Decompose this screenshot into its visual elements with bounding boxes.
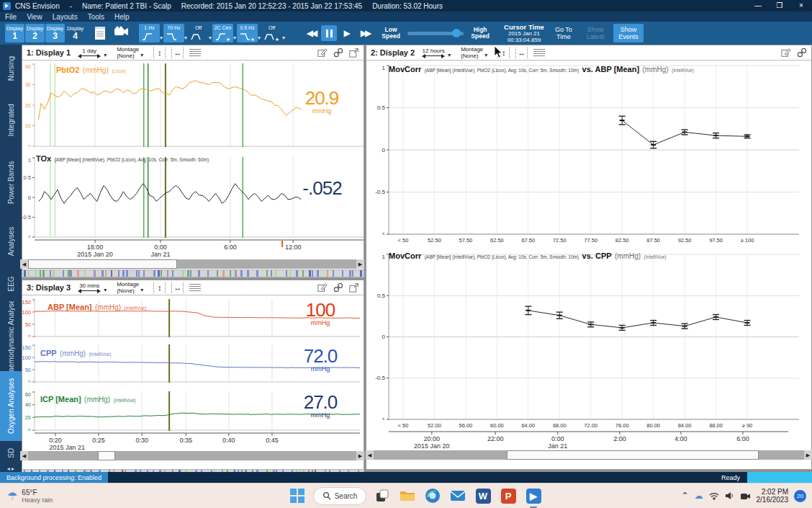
movcorr-vs-abp-chart[interactable]: 10.50-0.5-1 xyxy=(366,65,812,235)
annotate-icon[interactable] xyxy=(781,48,791,58)
annotate-icon[interactable] xyxy=(317,282,328,293)
scrollbar-track[interactable] xyxy=(374,450,804,460)
filter-dropdown-icon[interactable]: ▾ xyxy=(233,35,236,41)
filter-button-2[interactable]: Off xyxy=(188,24,209,43)
show-events-button[interactable]: Show Events xyxy=(613,24,644,43)
event-tick[interactable] xyxy=(286,270,287,277)
menu-item-view[interactable]: View xyxy=(22,13,48,21)
filter-button-1[interactable]: 70 Hz xyxy=(163,24,184,43)
scrollbar-track[interactable] xyxy=(28,451,356,460)
chevron-down-icon[interactable]: ▾ xyxy=(104,287,107,293)
menu-item-help[interactable]: Help xyxy=(109,13,135,21)
event-tick[interactable] xyxy=(53,270,55,277)
channel-list-icon[interactable] xyxy=(189,284,201,291)
event-tick[interactable] xyxy=(143,270,145,277)
file-explorer-button[interactable] xyxy=(398,486,417,505)
event-tick[interactable] xyxy=(70,270,72,277)
wifi-icon[interactable] xyxy=(709,492,719,500)
event-tick[interactable] xyxy=(342,270,343,277)
event-tick[interactable] xyxy=(302,270,304,277)
menu-item-file[interactable]: File xyxy=(0,13,22,21)
event-tick[interactable] xyxy=(122,270,125,277)
speaker-icon[interactable] xyxy=(725,491,734,500)
event-tick[interactable] xyxy=(63,270,64,277)
event-tick[interactable] xyxy=(94,270,96,277)
event-tick[interactable] xyxy=(266,270,268,277)
time-scale-icon[interactable]: ↔ xyxy=(171,282,184,293)
search-box[interactable]: Search xyxy=(313,487,366,505)
sidebar-tab-nursing[interactable]: Nursing xyxy=(0,45,22,92)
display-3-button[interactable]: Display3 xyxy=(45,24,65,43)
display1-scrollbar[interactable]: ◀ ▶ xyxy=(20,259,364,269)
filter-button-4[interactable]: 0.5 Hz★ xyxy=(237,24,258,43)
event-tick[interactable] xyxy=(187,270,189,277)
event-tick[interactable] xyxy=(126,270,128,277)
event-tick[interactable] xyxy=(161,270,162,277)
chevron-down-icon[interactable]: ▾ xyxy=(140,287,143,293)
filter-dropdown-icon[interactable]: ▾ xyxy=(184,35,187,41)
link-icon[interactable] xyxy=(797,48,807,58)
scroll-right-icon[interactable]: ▶ xyxy=(356,451,364,460)
sidebar-tab-sd[interactable]: SD xyxy=(0,441,22,465)
chevron-down-icon[interactable]: ▾ xyxy=(104,52,107,58)
go-to-time-button[interactable]: Go To Time xyxy=(551,26,576,40)
filter-button-0[interactable]: 1 Hz xyxy=(139,24,160,43)
display3-timescale[interactable]: 30 mins xyxy=(78,282,101,293)
event-tick[interactable] xyxy=(327,270,328,277)
event-tick[interactable] xyxy=(312,270,313,277)
sidebar-tab-haemodynamic-analyses[interactable]: Haemodynamic Analyses xyxy=(0,301,22,371)
event-tick[interactable] xyxy=(136,270,137,277)
display3-scrollbar[interactable]: ◀ ▶ xyxy=(20,451,364,460)
event-tick[interactable] xyxy=(40,270,41,277)
event-tick[interactable] xyxy=(240,270,243,277)
sidebar-tab-power-bands[interactable]: Power Bands xyxy=(0,149,22,216)
event-tick[interactable] xyxy=(317,270,319,277)
event-tick[interactable] xyxy=(50,270,51,277)
event-tick[interactable] xyxy=(77,270,79,277)
sidebar-tab-eeg[interactable]: EEG xyxy=(0,266,22,301)
filter-dropdown-icon[interactable]: ▾ xyxy=(258,35,261,41)
sidebar-scroll-arrows[interactable]: ◂ ▸ xyxy=(0,465,22,472)
movcorr-vs-cpp-chart[interactable]: 10.50-0.5-1 xyxy=(366,254,812,420)
chevron-down-icon[interactable]: ▾ xyxy=(484,52,487,58)
event-tick[interactable] xyxy=(352,270,353,277)
scroll-right-icon[interactable]: ▶ xyxy=(804,450,812,460)
event-tick[interactable] xyxy=(207,270,209,277)
amplitude-scale-icon[interactable]: ↕ xyxy=(153,48,166,58)
display-2-button[interactable]: Display2 xyxy=(25,24,45,43)
scroll-left-icon[interactable]: ◀ xyxy=(366,450,374,460)
event-tick[interactable] xyxy=(309,270,311,277)
display2-scrollbar[interactable]: ◀ ▶ xyxy=(366,450,812,460)
close-button[interactable]: × xyxy=(790,0,812,12)
display1-event-strip[interactable] xyxy=(22,269,364,277)
event-tick[interactable] xyxy=(230,270,231,277)
start-button[interactable] xyxy=(288,486,307,505)
video-button[interactable] xyxy=(114,26,128,40)
menu-item-layouts[interactable]: Layouts xyxy=(48,13,83,21)
link-icon[interactable] xyxy=(333,282,343,293)
display-4-button[interactable]: Display4 xyxy=(66,24,85,43)
event-tick[interactable] xyxy=(349,270,351,277)
event-tick[interactable] xyxy=(111,270,112,277)
event-tick[interactable] xyxy=(105,270,107,277)
background-processing-chip[interactable]: Background processing: Enabled xyxy=(0,472,108,483)
event-tick[interactable] xyxy=(247,270,249,277)
task-view-button[interactable] xyxy=(373,486,392,505)
menu-item-tools[interactable]: Tools xyxy=(83,13,109,21)
channel-list-icon[interactable] xyxy=(533,49,545,56)
event-tick[interactable] xyxy=(289,270,291,277)
annotate-icon[interactable] xyxy=(317,48,328,58)
scrollbar-thumb[interactable] xyxy=(28,259,177,269)
event-tick[interactable] xyxy=(190,270,191,277)
export-icon[interactable] xyxy=(349,48,359,58)
event-tick[interactable] xyxy=(182,270,184,277)
event-tick[interactable] xyxy=(271,270,272,277)
event-tick[interactable] xyxy=(28,270,30,277)
clock-widget[interactable]: 2:02 PM 2/16/2023 xyxy=(757,488,789,504)
link-icon[interactable] xyxy=(333,48,343,58)
scroll-left-icon[interactable]: ◀ xyxy=(20,259,28,269)
maximize-button[interactable]: ❒ xyxy=(769,0,790,12)
minimize-button[interactable]: — xyxy=(747,0,769,12)
play-button[interactable]: ▶ xyxy=(339,25,355,41)
filter-dropdown-icon[interactable]: ▾ xyxy=(160,35,163,41)
